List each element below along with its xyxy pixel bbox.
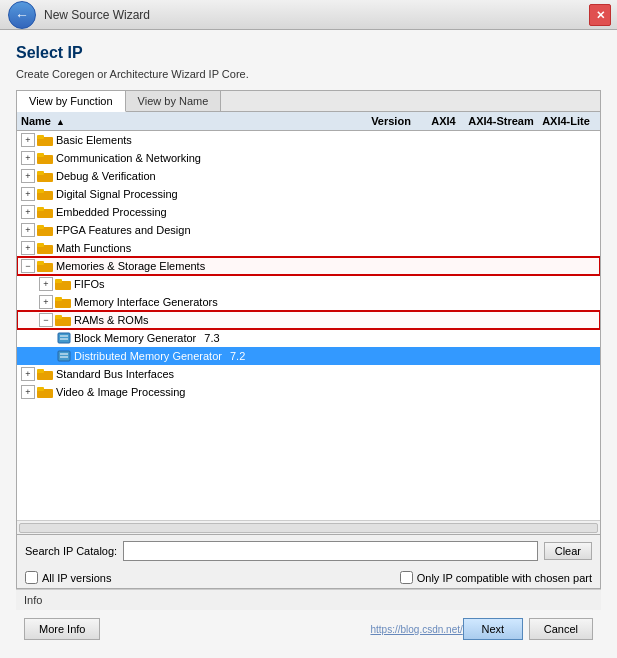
tree-item-basic-elements[interactable]: + Basic Elements — [17, 131, 600, 149]
search-bar: Search IP Catalog: Clear — [17, 534, 600, 567]
tree-item-video[interactable]: + Video & Image Processing — [17, 383, 600, 401]
expand-icon-math[interactable]: + — [21, 241, 35, 255]
label-fifos: FIFOs — [74, 278, 105, 290]
folder-icon-dsp — [37, 188, 53, 200]
svg-rect-11 — [37, 225, 44, 229]
expand-icon-mem-interface[interactable]: + — [39, 295, 53, 309]
expand-icon-fpga[interactable]: + — [21, 223, 35, 237]
expand-icon-embedded[interactable]: + — [21, 205, 35, 219]
tree-item-mem-interface[interactable]: + Memory Interface Generators — [17, 293, 600, 311]
expand-icon-memories[interactable]: − — [21, 259, 35, 273]
label-block-mem-gen: Block Memory Generator — [74, 332, 196, 344]
svg-rect-13 — [37, 243, 44, 247]
tree-item-dsp[interactable]: + Digital Signal Processing — [17, 185, 600, 203]
clear-button[interactable]: Clear — [544, 542, 592, 560]
table-header: Name ▲ Version AXI4 AXI4-Stream AXI4-Lit… — [17, 112, 600, 131]
tab-by-name[interactable]: View by Name — [126, 91, 222, 111]
expand-icon-comm[interactable]: + — [21, 151, 35, 165]
svg-rect-22 — [58, 333, 70, 343]
main-content: Select IP Create Coregen or Architecture… — [0, 30, 617, 658]
col-header-version[interactable]: Version — [361, 115, 421, 127]
svg-rect-5 — [37, 171, 44, 175]
tree-item-std-bus[interactable]: + Standard Bus Interfaces — [17, 365, 600, 383]
label-video: Video & Image Processing — [56, 386, 185, 398]
hscroll-thumb[interactable] — [19, 523, 598, 533]
tree-item-embedded[interactable]: + Embedded Processing — [17, 203, 600, 221]
label-debug: Debug & Verification — [56, 170, 156, 182]
page-title: Select IP — [16, 44, 601, 62]
checkbox-row: All IP versions Only IP compatible with … — [17, 567, 600, 588]
ip-tree-list[interactable]: + Basic Elements + Communication & Netwo… — [17, 131, 600, 520]
watermark-text: https://blog.csdn.net/ — [370, 624, 462, 635]
tree-item-debug[interactable]: + Debug & Verification — [17, 167, 600, 185]
info-label: Info — [24, 594, 42, 606]
label-mem-interface: Memory Interface Generators — [74, 296, 218, 308]
svg-rect-19 — [55, 297, 62, 301]
search-label: Search IP Catalog: — [25, 545, 117, 557]
svg-rect-29 — [37, 369, 44, 373]
col-header-axi4[interactable]: AXI4 — [421, 115, 466, 127]
back-button[interactable]: ← — [8, 1, 36, 29]
tree-item-block-mem-gen[interactable]: Block Memory Generator 7.3 — [17, 329, 600, 347]
expand-icon-video[interactable]: + — [21, 385, 35, 399]
ip-icon-block-mem — [57, 332, 71, 344]
version-dist-mem-gen: 7.2 — [230, 350, 245, 362]
tree-item-rams-roms[interactable]: − RAMs & ROMs — [17, 311, 600, 329]
svg-rect-9 — [37, 207, 44, 211]
search-input[interactable] — [123, 541, 538, 561]
all-versions-label: All IP versions — [42, 572, 112, 584]
info-bar: Info — [16, 589, 601, 610]
label-embedded: Embedded Processing — [56, 206, 167, 218]
folder-icon-fpga — [37, 224, 53, 236]
next-button[interactable]: Next — [463, 618, 523, 640]
svg-rect-31 — [37, 387, 44, 391]
folder-icon-mem-interface — [55, 296, 71, 308]
tree-item-math[interactable]: + Math Functions — [17, 239, 600, 257]
label-memories: Memories & Storage Elements — [56, 260, 205, 272]
ip-icon-dist-mem — [57, 350, 71, 362]
ip-selector-panel: View by Function View by Name Name ▲ Ver… — [16, 90, 601, 589]
close-button[interactable]: ✕ — [589, 4, 611, 26]
tree-item-dist-mem-gen[interactable]: Distributed Memory Generator 7.2 — [17, 347, 600, 365]
svg-rect-17 — [55, 279, 62, 283]
tree-item-fifos[interactable]: + FIFOs — [17, 275, 600, 293]
col-header-axi4stream[interactable]: AXI4-Stream — [466, 115, 536, 127]
folder-icon-rams-roms — [55, 314, 71, 326]
expand-icon-debug[interactable]: + — [21, 169, 35, 183]
svg-rect-3 — [37, 153, 44, 157]
title-bar: ← New Source Wizard ✕ — [0, 0, 617, 30]
label-dsp: Digital Signal Processing — [56, 188, 178, 200]
bottom-bar: More Info https://blog.csdn.net/ Next Ca… — [16, 610, 601, 644]
compatible-only-group: Only IP compatible with chosen part — [400, 571, 592, 584]
sort-arrow-icon: ▲ — [56, 117, 65, 127]
compatible-only-checkbox[interactable] — [400, 571, 413, 584]
label-basic-elements: Basic Elements — [56, 134, 132, 146]
horizontal-scrollbar[interactable] — [17, 520, 600, 534]
wizard-title: New Source Wizard — [44, 8, 150, 22]
tree-item-fpga[interactable]: + FPGA Features and Design — [17, 221, 600, 239]
folder-icon-basic — [37, 134, 53, 146]
folder-icon-fifos — [55, 278, 71, 290]
col-header-axi4lite[interactable]: AXI4-Lite — [536, 115, 596, 127]
cancel-button[interactable]: Cancel — [529, 618, 593, 640]
label-std-bus: Standard Bus Interfaces — [56, 368, 174, 380]
tab-by-function[interactable]: View by Function — [17, 91, 126, 112]
expand-icon-rams-roms[interactable]: − — [39, 313, 53, 327]
label-comm-networking: Communication & Networking — [56, 152, 201, 164]
folder-icon-embedded — [37, 206, 53, 218]
expand-icon-fifos[interactable]: + — [39, 277, 53, 291]
col-header-name[interactable]: Name ▲ — [21, 115, 361, 127]
expand-icon-dsp[interactable]: + — [21, 187, 35, 201]
folder-icon-debug — [37, 170, 53, 182]
all-versions-checkbox[interactable] — [25, 571, 38, 584]
label-math: Math Functions — [56, 242, 131, 254]
more-info-button[interactable]: More Info — [24, 618, 100, 640]
expand-icon-std-bus[interactable]: + — [21, 367, 35, 381]
svg-rect-7 — [37, 189, 44, 193]
svg-rect-21 — [55, 315, 62, 319]
version-block-mem-gen: 7.3 — [204, 332, 219, 344]
expand-icon-basic[interactable]: + — [21, 133, 35, 147]
tree-item-memories[interactable]: − Memories & Storage Elements — [17, 257, 600, 275]
folder-icon-memories — [37, 260, 53, 272]
tree-item-comm-networking[interactable]: + Communication & Networking — [17, 149, 600, 167]
